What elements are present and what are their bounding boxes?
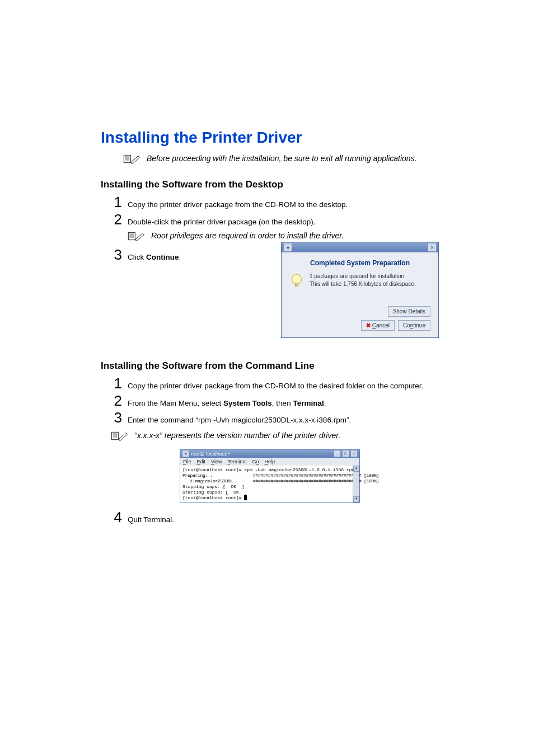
dialog-menu-icon[interactable]: ▾ bbox=[283, 243, 292, 252]
version-note-text: “x.x.x-x” represents the version number … bbox=[134, 430, 340, 442]
terminal-line: [root@localhost root]# rpm -Uvh magicolo… bbox=[182, 467, 357, 473]
close-icon[interactable]: × bbox=[428, 243, 437, 252]
step-number: 1 bbox=[111, 195, 122, 209]
page-heading: Installing the Printer Driver bbox=[101, 129, 439, 147]
terminal-line: [root@localhost root]# bbox=[182, 495, 357, 501]
terminal-line: Stopping cups: [ OK ] bbox=[182, 484, 357, 490]
continue-button[interactable]: Continue bbox=[398, 320, 430, 331]
step-a-2: Double-click the printer driver package … bbox=[128, 217, 439, 228]
step-b-4: Quit Terminal. bbox=[128, 514, 439, 525]
section-a-heading: Installing the Software from the Desktop bbox=[101, 179, 439, 190]
system-prep-dialog: ▾ × Completed System Preparation bbox=[281, 242, 439, 338]
step-b-3: Enter the command “rpm -Uvh magicolor253… bbox=[128, 415, 439, 426]
terminal-line: 1:magicolor2530DL ######################… bbox=[182, 478, 357, 484]
note-before-install: Before proceeding with the installation,… bbox=[123, 153, 439, 167]
terminal-menu-icon[interactable]: ▾ bbox=[182, 450, 189, 457]
terminal-menubar[interactable]: File Edit View Terminal Go Help bbox=[180, 458, 359, 466]
terminal-body[interactable]: [root@localhost root]# rpm -Uvh magicolo… bbox=[180, 466, 359, 503]
step-b-2: From the Main Menu, select System Tools,… bbox=[128, 398, 439, 409]
step-a-3: Click Continue. bbox=[128, 252, 271, 263]
scroll-up-icon[interactable]: ▴ bbox=[353, 466, 359, 472]
lightbulb-icon bbox=[289, 273, 304, 293]
close-icon[interactable]: × bbox=[350, 450, 358, 457]
section-b-heading: Installing the Software from the Command… bbox=[101, 360, 439, 372]
step-number: 3 bbox=[111, 410, 122, 425]
svg-point-11 bbox=[292, 275, 302, 284]
terminal-title: root@ localhost:~ bbox=[191, 451, 230, 457]
terminal-line: Starting cupsd: [ OK ] bbox=[182, 490, 357, 495]
terminal-scrollbar[interactable]: ▴ ▾ bbox=[353, 466, 359, 503]
cancel-button[interactable]: ✖Cancel bbox=[361, 320, 395, 331]
step-b-1: Copy the printer driver package from the… bbox=[128, 381, 439, 392]
terminal-window: ▾ root@ localhost:~ – □ × File Edit View… bbox=[180, 449, 360, 503]
terminal-line: Preparing... ###########################… bbox=[182, 473, 357, 478]
menu-terminal[interactable]: Terminal bbox=[227, 459, 246, 464]
step-number: 3 bbox=[111, 247, 122, 262]
version-note: “x.x.x-x” represents the version number … bbox=[111, 430, 439, 444]
cursor-icon bbox=[244, 495, 247, 500]
note-before-text: Before proceeding with the installation,… bbox=[147, 153, 439, 165]
step-number: 1 bbox=[111, 376, 122, 391]
step-number: 4 bbox=[111, 510, 122, 524]
note-icon bbox=[111, 430, 129, 444]
note-icon bbox=[128, 231, 146, 244]
step-number: 2 bbox=[111, 393, 122, 408]
dialog-heading: Completed System Preparation bbox=[289, 259, 430, 267]
scroll-down-icon[interactable]: ▾ bbox=[353, 496, 359, 503]
menu-help[interactable]: Help bbox=[264, 459, 275, 464]
maximize-icon[interactable]: □ bbox=[342, 450, 349, 457]
show-details-button[interactable]: Show Details bbox=[388, 306, 430, 317]
menu-file[interactable]: File bbox=[183, 459, 191, 464]
dialog-line-2: This will take 1,756 Kilobytes of disksp… bbox=[310, 280, 416, 288]
step-number: 2 bbox=[111, 212, 122, 227]
note-icon bbox=[123, 153, 141, 167]
root-priv-text: Root privileges are required in order to… bbox=[151, 231, 344, 242]
menu-edit[interactable]: Edit bbox=[197, 459, 206, 464]
menu-go[interactable]: Go bbox=[252, 459, 259, 464]
step-a-1: Copy the printer driver package from the… bbox=[128, 199, 439, 210]
minimize-icon[interactable]: – bbox=[334, 450, 341, 457]
dialog-line-1: 1 packages are queued for installation bbox=[310, 273, 416, 280]
menu-view[interactable]: View bbox=[211, 459, 222, 464]
